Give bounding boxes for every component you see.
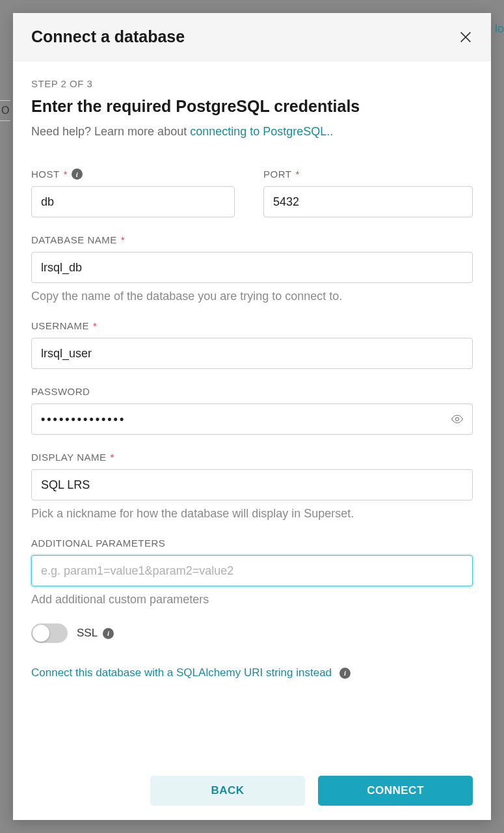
step-indicator: STEP 2 OF 3: [31, 78, 473, 89]
ssl-row: SSL i: [31, 623, 473, 643]
connect-button[interactable]: CONNECT: [318, 776, 473, 806]
additional-parameters-input[interactable]: [31, 555, 473, 586]
close-icon[interactable]: [458, 30, 473, 44]
required-asterisk: *: [64, 169, 68, 180]
username-input[interactable]: [31, 338, 473, 369]
modal-title: Connect a database: [31, 27, 185, 46]
additional-parameters-helper: Add additional custom parameters: [31, 593, 473, 607]
help-text: Need help? Learn more about connecting t…: [31, 125, 473, 139]
username-field: USERNAME *: [31, 320, 473, 369]
ssl-toggle[interactable]: [31, 623, 68, 643]
database-name-helper: Copy the name of the database you are tr…: [31, 290, 473, 303]
sqlalchemy-alt-row: Connect this database with a SQLAlchemy …: [31, 666, 473, 679]
display-name-helper: Pick a nickname for how the database wil…: [31, 507, 473, 521]
additional-parameters-label: ADDITIONAL PARAMETERS: [31, 538, 165, 549]
connect-database-modal: Connect a database STEP 2 OF 3 Enter the…: [13, 13, 491, 820]
host-label: HOST: [31, 169, 60, 180]
username-label: USERNAME: [31, 320, 89, 331]
info-icon[interactable]: i: [339, 668, 351, 679]
modal-header: Connect a database: [13, 13, 491, 61]
modal-footer: BACK CONNECT: [13, 767, 491, 820]
required-asterisk: *: [93, 320, 97, 331]
background-fragment-left: O: [0, 100, 10, 121]
form-heading: Enter the required PostgreSQL credential…: [31, 97, 473, 116]
additional-parameters-field: ADDITIONAL PARAMETERS Add additional cus…: [31, 538, 473, 607]
background-fragment-right: lo: [495, 22, 504, 36]
password-label: PASSWORD: [31, 386, 90, 397]
required-asterisk: *: [110, 452, 114, 463]
port-input[interactable]: [263, 186, 473, 217]
toggle-knob: [33, 625, 49, 642]
required-asterisk: *: [295, 169, 299, 180]
host-input[interactable]: [31, 186, 235, 217]
help-link[interactable]: connecting to PostgreSQL..: [190, 125, 333, 138]
host-field: HOST * i: [31, 169, 235, 217]
display-name-label: DISPLAY NAME: [31, 452, 106, 463]
help-prefix: Need help? Learn more about: [31, 125, 190, 138]
password-input[interactable]: [31, 403, 473, 435]
port-label: PORT: [263, 169, 291, 180]
sqlalchemy-uri-link[interactable]: Connect this database with a SQLAlchemy …: [31, 666, 332, 679]
eye-icon[interactable]: [451, 413, 464, 426]
display-name-field: DISPLAY NAME * Pick a nickname for how t…: [31, 452, 473, 521]
database-name-label: DATABASE NAME: [31, 234, 117, 245]
database-name-field: DATABASE NAME * Copy the name of the dat…: [31, 234, 473, 303]
password-field: PASSWORD: [31, 386, 473, 435]
ssl-label: SSL: [77, 627, 98, 640]
back-button[interactable]: BACK: [150, 776, 305, 806]
display-name-input[interactable]: [31, 469, 473, 500]
database-name-input[interactable]: [31, 252, 473, 283]
svg-point-2: [456, 418, 459, 421]
modal-body: STEP 2 OF 3 Enter the required PostgreSQ…: [13, 61, 491, 767]
port-field: PORT *: [263, 169, 473, 217]
info-icon[interactable]: i: [72, 169, 83, 180]
required-asterisk: *: [121, 234, 125, 245]
info-icon[interactable]: i: [103, 628, 114, 639]
